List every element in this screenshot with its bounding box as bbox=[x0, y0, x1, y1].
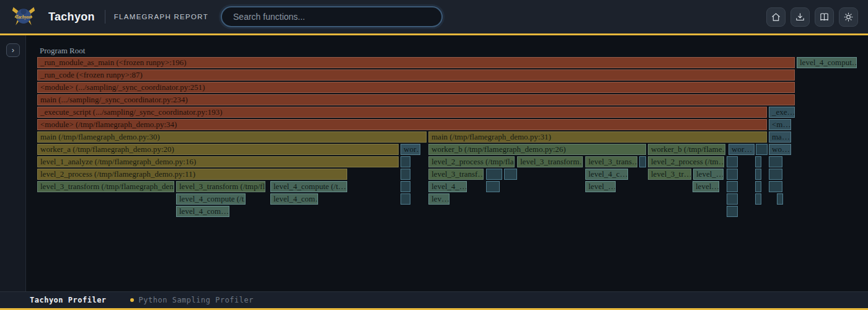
download-button[interactable] bbox=[790, 7, 810, 27]
flame-bar[interactable]: level_4_compute (/t… bbox=[176, 193, 246, 205]
flame-bar[interactable]: wor… bbox=[401, 144, 420, 155]
flame-bar[interactable]: wor… bbox=[728, 144, 755, 155]
flame-bar[interactable] bbox=[777, 193, 783, 205]
flame-bar[interactable] bbox=[639, 156, 646, 167]
app-header: Tachyon Tachyon FLAMEGRAPH REPORT bbox=[0, 0, 868, 33]
sidebar-expand-button[interactable]: › bbox=[6, 43, 20, 57]
flame-bar[interactable] bbox=[486, 169, 502, 180]
docs-button[interactable] bbox=[815, 7, 834, 27]
status-dot-icon bbox=[130, 298, 134, 302]
theme-toggle-button[interactable] bbox=[839, 7, 858, 27]
flame-bar[interactable] bbox=[727, 206, 738, 217]
flame-bar[interactable]: <module> (.../sampling/_sync_coordinator… bbox=[37, 82, 795, 93]
status-app-name: Tachyon Profiler bbox=[30, 296, 107, 304]
flame-bar[interactable] bbox=[727, 193, 738, 205]
flame-bar[interactable] bbox=[401, 156, 410, 167]
flame-bar[interactable]: wo… bbox=[769, 144, 791, 155]
flame-bar[interactable]: level_1_analyze (/tmp/flamegraph_demo.py… bbox=[37, 156, 399, 167]
flame-bar[interactable] bbox=[755, 169, 761, 180]
flame-bar[interactable]: main (/tmp/flamegraph_demo.py:30) bbox=[37, 131, 427, 143]
flamegraph-canvas[interactable]: Program Root _run_module_as_main (<froze… bbox=[26, 35, 868, 291]
flame-bar[interactable] bbox=[504, 169, 517, 180]
flame-bar[interactable]: main (.../sampling/_sync_coordinator.py:… bbox=[37, 94, 795, 105]
flame-bar[interactable] bbox=[755, 181, 761, 192]
flame-bar[interactable]: level_… bbox=[693, 169, 724, 180]
flame-bar[interactable]: lev… bbox=[428, 193, 450, 205]
flame-bar[interactable]: level… bbox=[693, 181, 719, 192]
flame-bar[interactable]: level_2_process (/tm… bbox=[648, 156, 724, 167]
flame-bar[interactable]: worker_a (/tmp/flamegraph_demo.py:20) bbox=[37, 144, 399, 155]
flame-bar[interactable] bbox=[401, 193, 410, 205]
tachyon-logo-icon: Tachyon bbox=[10, 4, 37, 30]
flame-bar[interactable] bbox=[727, 181, 738, 192]
report-type-label: FLAMEGRAPH REPORT bbox=[114, 13, 208, 20]
flame-bar[interactable] bbox=[755, 193, 761, 205]
flamegraph-root-label: Program Root bbox=[40, 46, 85, 56]
flame-bar[interactable]: level_… bbox=[585, 181, 616, 192]
flame-bar[interactable]: worker_b (/tmp/flamegraph_demo.py:26) bbox=[428, 144, 646, 155]
home-icon bbox=[771, 12, 781, 22]
search-input[interactable] bbox=[221, 6, 443, 27]
flame-bar[interactable]: worker_b (/tmp/flame… bbox=[648, 144, 725, 155]
status-subtitle: Python Sampling Profiler bbox=[139, 296, 254, 304]
flame-bar[interactable]: level_4_com… bbox=[270, 193, 318, 205]
flame-bar[interactable]: _exe… bbox=[769, 107, 795, 118]
flame-bar[interactable]: level_4_com… bbox=[176, 206, 229, 217]
flame-bar[interactable] bbox=[401, 169, 410, 180]
flame-bar[interactable]: level_3_trans… bbox=[585, 156, 637, 167]
left-sidebar: › bbox=[0, 35, 26, 291]
flame-bar[interactable]: _execute_script (.../sampling/_sync_coor… bbox=[37, 107, 767, 118]
flame-bar[interactable]: _run_module_as_main (<frozen runpy>:196) bbox=[37, 57, 795, 68]
flame-bar[interactable]: <m… bbox=[769, 119, 791, 130]
flame-bar[interactable] bbox=[756, 144, 768, 155]
flame-bar[interactable] bbox=[769, 156, 782, 167]
flame-bar[interactable]: level_4_comput… bbox=[797, 57, 857, 68]
theme-sun-icon bbox=[843, 12, 854, 22]
book-icon bbox=[819, 12, 830, 22]
flame-bar[interactable]: level_2_process (/tmp/flamegraph_demo.py… bbox=[37, 169, 347, 180]
flame-bar[interactable]: level_3_transform (/tmp/fl… bbox=[176, 181, 265, 192]
header-divider bbox=[105, 10, 105, 24]
home-button[interactable] bbox=[766, 7, 786, 27]
chevron-right-icon: › bbox=[12, 45, 14, 55]
flame-bar[interactable] bbox=[727, 169, 738, 180]
flame-bar[interactable]: main (/tmp/flamegraph_demo.py:31) bbox=[428, 131, 767, 143]
header-actions bbox=[766, 7, 858, 27]
svg-text:Tachyon: Tachyon bbox=[16, 14, 32, 20]
flame-bar[interactable]: level_3_transform (/tmp/flamegraph_dem… bbox=[37, 181, 174, 192]
flame-bar[interactable] bbox=[401, 181, 410, 192]
flame-bar[interactable]: _run_code (<frozen runpy>:87) bbox=[37, 69, 795, 81]
flame-bar[interactable]: ma… bbox=[769, 131, 791, 143]
flame-bar[interactable]: level_4_… bbox=[428, 181, 467, 192]
flame-bar[interactable]: level_3_transform… bbox=[517, 156, 583, 167]
flame-bar[interactable] bbox=[769, 169, 782, 180]
flame-bar[interactable] bbox=[486, 181, 500, 192]
download-icon bbox=[795, 12, 805, 22]
flame-bar[interactable] bbox=[727, 156, 738, 167]
status-bar: Tachyon Profiler Python Sampling Profile… bbox=[0, 291, 868, 308]
flame-bar[interactable]: level_3_tr… bbox=[648, 169, 691, 180]
app-title: Tachyon bbox=[48, 11, 95, 24]
flame-bar[interactable]: level_3_transf… bbox=[428, 169, 484, 180]
flame-bar[interactable]: <module> (/tmp/flamegraph_demo.py:34) bbox=[37, 119, 767, 130]
flame-bar[interactable]: level_2_process (/tmp/fla… bbox=[428, 156, 515, 167]
flame-bar[interactable]: level_4_c… bbox=[585, 169, 628, 180]
flame-bar[interactable]: level_4_compute (/t… bbox=[270, 181, 347, 192]
flame-bar[interactable] bbox=[755, 156, 761, 167]
flame-bar[interactable] bbox=[769, 181, 782, 192]
